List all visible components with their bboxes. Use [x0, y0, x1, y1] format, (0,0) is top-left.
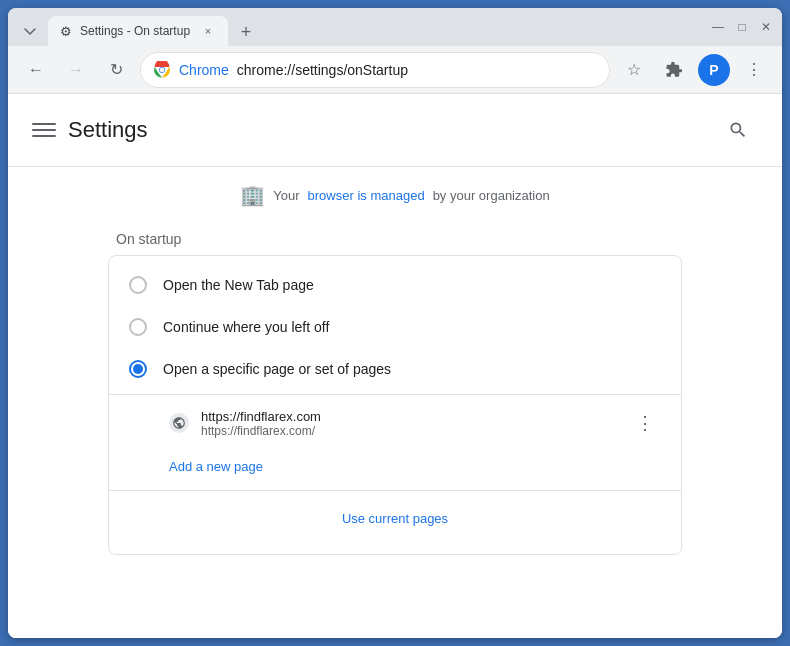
title-bar: ⚙ Settings - On startup × + — □ ✕: [8, 8, 782, 46]
maximize-button[interactable]: □: [734, 19, 750, 35]
radio-continue[interactable]: [129, 318, 147, 336]
sidebar-menu-button[interactable]: [32, 118, 56, 142]
bookmark-button[interactable]: ☆: [618, 54, 650, 86]
forward-button[interactable]: →: [60, 54, 92, 86]
extensions-button[interactable]: [658, 54, 690, 86]
tab-title: Settings - On startup: [80, 24, 192, 38]
chrome-menu-button[interactable]: ⋮: [738, 54, 770, 86]
url-text-block: https://findflarex.com https://findflare…: [201, 409, 617, 438]
profile-button[interactable]: P: [698, 54, 730, 86]
navigation-bar: ← → ↻ Chrome chrome://settings/onStartup…: [8, 46, 782, 94]
startup-options-card: Open the New Tab page Continue where you…: [108, 255, 682, 555]
organization-icon: 🏢: [240, 183, 265, 207]
browser-managed-link[interactable]: browser is managed: [308, 188, 425, 203]
specific-page-label: Open a specific page or set of pages: [163, 361, 391, 377]
on-startup-section: On startup Open the New Tab page Continu…: [8, 231, 782, 555]
section-label: On startup: [108, 231, 682, 247]
reload-button[interactable]: ↻: [100, 54, 132, 86]
card-divider: [109, 394, 681, 395]
tab-bar: ⚙ Settings - On startup × +: [16, 8, 710, 46]
url-primary-text: https://findflarex.com: [201, 409, 617, 424]
tab-close-button[interactable]: ×: [200, 23, 216, 39]
url-secondary-text: https://findflarex.com/: [201, 424, 617, 438]
chrome-logo-icon: [153, 61, 171, 79]
radio-specific-page[interactable]: [129, 360, 147, 378]
managed-prefix-text: Your: [273, 188, 299, 203]
managed-suffix-text: by your organization: [433, 188, 550, 203]
url-entry-row: https://findflarex.com https://findflare…: [109, 399, 681, 447]
settings-search-button[interactable]: [718, 110, 758, 150]
back-button[interactable]: ←: [20, 54, 52, 86]
address-bar[interactable]: Chrome chrome://settings/onStartup: [140, 52, 610, 88]
continue-label: Continue where you left off: [163, 319, 329, 335]
use-current-pages-link[interactable]: Use current pages: [109, 499, 681, 538]
url-display: chrome://settings/onStartup: [237, 62, 408, 78]
tab-favicon: ⚙: [60, 24, 72, 39]
open-new-tab-option[interactable]: Open the New Tab page: [109, 264, 681, 306]
managed-notice: 🏢 Your browser is managed by your organi…: [8, 167, 782, 223]
use-current-section: Use current pages: [109, 490, 681, 546]
window-controls: — □ ✕: [710, 19, 774, 35]
new-tab-button[interactable]: +: [232, 18, 260, 46]
open-new-tab-label: Open the New Tab page: [163, 277, 314, 293]
settings-header: Settings: [8, 94, 782, 167]
specific-page-option[interactable]: Open a specific page or set of pages: [109, 348, 681, 390]
add-new-page-link[interactable]: Add a new page: [109, 447, 681, 486]
continue-option[interactable]: Continue where you left off: [109, 306, 681, 348]
close-button[interactable]: ✕: [758, 19, 774, 35]
tab-dropdown[interactable]: [16, 18, 44, 46]
svg-point-1: [160, 67, 165, 72]
url-favicon-icon: [169, 413, 189, 433]
radio-new-tab[interactable]: [129, 276, 147, 294]
page-content: Settings 🏢 Your browser is managed by yo…: [8, 94, 782, 638]
settings-tab[interactable]: ⚙ Settings - On startup ×: [48, 16, 228, 46]
chrome-brand-name: Chrome: [179, 62, 229, 78]
settings-title-area: Settings: [32, 117, 148, 143]
page-title: Settings: [68, 117, 148, 143]
url-entry-menu-button[interactable]: ⋮: [629, 407, 661, 439]
minimize-button[interactable]: —: [710, 19, 726, 35]
